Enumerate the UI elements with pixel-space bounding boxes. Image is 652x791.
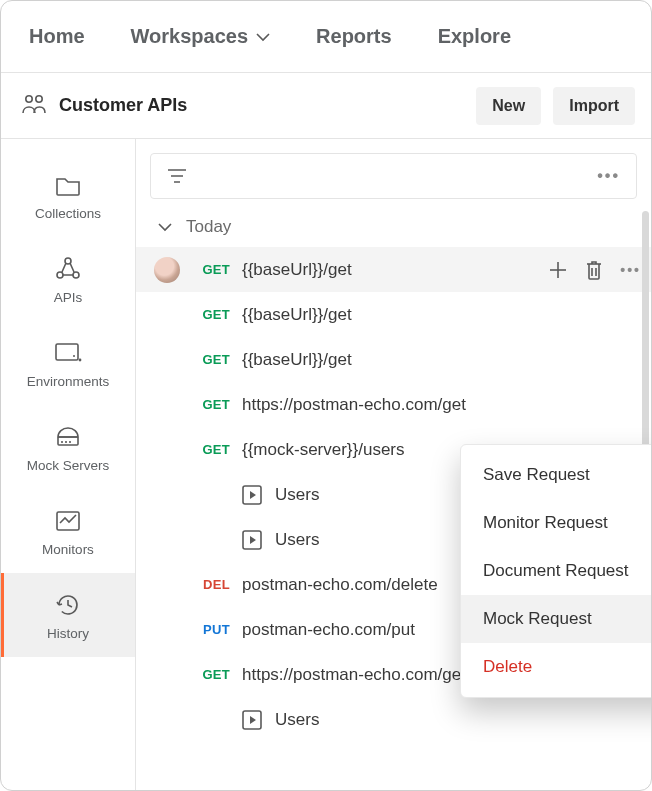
server-icon <box>54 422 82 452</box>
method-badge: GET <box>192 262 230 277</box>
history-group-label: Today <box>186 217 231 237</box>
environments-icon <box>54 338 82 368</box>
team-icon <box>21 93 47 119</box>
method-badge: GET <box>192 442 230 457</box>
new-button[interactable]: New <box>476 87 541 125</box>
request-url: postman-echo.com/delete <box>242 575 438 595</box>
menu-item-label: Mock Request <box>483 609 592 629</box>
more-icon[interactable]: ••• <box>597 167 620 185</box>
method-badge: GET <box>192 352 230 367</box>
menu-item-label: Delete <box>483 657 532 677</box>
method-badge: GET <box>192 667 230 682</box>
request-url: Users <box>275 530 319 550</box>
request-url: Users <box>275 710 319 730</box>
menu-item-document-request[interactable]: Document Request <box>461 547 652 595</box>
svg-rect-8 <box>58 437 78 445</box>
menu-item-save-request[interactable]: Save Request <box>461 451 652 499</box>
nav-explore[interactable]: Explore <box>438 25 511 48</box>
sidebar: CollectionsAPIsEnvironmentsMock ServersM… <box>1 139 136 791</box>
method-badge: GET <box>192 307 230 322</box>
svg-point-7 <box>79 358 82 361</box>
history-group-header[interactable]: Today <box>136 203 651 247</box>
menu-item-monitor-request[interactable]: Monitor Request <box>461 499 652 547</box>
history-row[interactable]: GET{{baseUrl}}/get <box>136 337 651 382</box>
svg-point-3 <box>57 272 63 278</box>
filter-icon[interactable] <box>167 168 187 184</box>
sidebar-item-monitors[interactable]: Monitors <box>1 489 135 573</box>
monitor-icon <box>54 506 82 536</box>
folder-icon <box>55 170 81 200</box>
svg-point-1 <box>36 95 42 101</box>
more-icon[interactable]: ••• <box>620 262 641 278</box>
sidebar-item-label: Collections <box>35 206 101 221</box>
history-icon <box>55 590 81 620</box>
sidebar-item-label: Monitors <box>42 542 94 557</box>
avatar <box>154 257 180 283</box>
request-url: https://postman-echo.com/get <box>242 395 466 415</box>
menu-item-delete[interactable]: Delete <box>461 643 652 691</box>
method-badge: DEL <box>192 577 230 592</box>
example-icon <box>241 529 263 551</box>
request-url: https://postman-echo.com/get <box>242 665 466 685</box>
request-url: Users <box>275 485 319 505</box>
example-icon <box>241 484 263 506</box>
method-badge: GET <box>192 397 230 412</box>
request-url: {{baseUrl}}/get <box>242 260 352 280</box>
history-row[interactable]: Users <box>136 697 651 742</box>
workspace-header: Customer APIs New Import <box>1 73 651 139</box>
svg-point-4 <box>73 272 79 278</box>
context-menu: Save RequestMonitor RequestDocument Requ… <box>460 444 652 698</box>
svg-point-0 <box>26 95 32 101</box>
sidebar-item-label: History <box>47 626 89 641</box>
menu-item-mock-request[interactable]: Mock Request <box>461 595 652 643</box>
history-row[interactable]: GET{{baseUrl}}/get••• <box>136 247 651 292</box>
menu-item-label: Document Request <box>483 561 629 581</box>
workspace-title: Customer APIs <box>59 95 464 116</box>
sidebar-item-collections[interactable]: Collections <box>1 153 135 237</box>
top-nav: Home Workspaces Reports Explore <box>1 1 651 73</box>
main-area: CollectionsAPIsEnvironmentsMock ServersM… <box>1 139 651 791</box>
svg-point-6 <box>73 355 75 357</box>
plus-icon[interactable] <box>548 260 568 280</box>
chevron-down-icon <box>256 32 270 42</box>
nav-workspaces-label: Workspaces <box>131 25 248 48</box>
sidebar-item-label: Environments <box>27 374 110 389</box>
api-icon <box>55 254 81 284</box>
history-panel: ••• Today GET{{baseUrl}}/get•••GET{{base… <box>136 139 651 791</box>
history-row[interactable]: GEThttps://postman-echo.com/get <box>136 382 651 427</box>
sidebar-item-environments[interactable]: Environments <box>1 321 135 405</box>
sidebar-item-label: Mock Servers <box>27 458 110 473</box>
import-button[interactable]: Import <box>553 87 635 125</box>
menu-item-label: Save Request <box>483 465 590 485</box>
row-actions: ••• <box>548 259 641 281</box>
trash-icon[interactable] <box>584 259 604 281</box>
sidebar-item-apis[interactable]: APIs <box>1 237 135 321</box>
sidebar-item-mock-servers[interactable]: Mock Servers <box>1 405 135 489</box>
example-icon <box>241 709 263 731</box>
chevron-down-icon <box>158 222 172 232</box>
request-url: {{mock-server}}/users <box>242 440 405 460</box>
sidebar-item-label: APIs <box>54 290 83 305</box>
menu-item-label: Monitor Request <box>483 513 608 533</box>
method-badge: PUT <box>192 622 230 637</box>
nav-reports[interactable]: Reports <box>316 25 392 48</box>
request-url: postman-echo.com/put <box>242 620 415 640</box>
history-row[interactable]: GET{{baseUrl}}/get <box>136 292 651 337</box>
nav-home[interactable]: Home <box>29 25 85 48</box>
request-url: {{baseUrl}}/get <box>242 305 352 325</box>
svg-rect-5 <box>56 344 78 360</box>
sidebar-item-history[interactable]: History <box>1 573 135 657</box>
filter-bar: ••• <box>150 153 637 199</box>
request-url: {{baseUrl}}/get <box>242 350 352 370</box>
nav-workspaces[interactable]: Workspaces <box>131 25 270 48</box>
